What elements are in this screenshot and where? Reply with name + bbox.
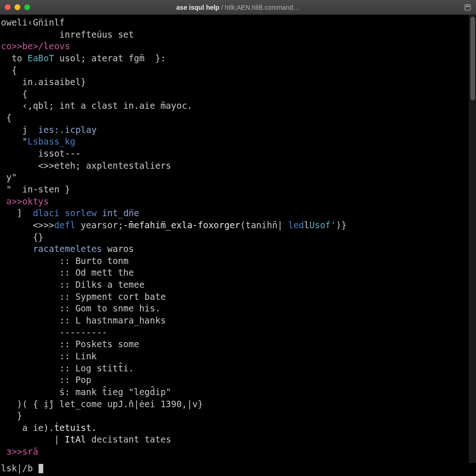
minimize-icon[interactable] [14,4,20,10]
prompt-line[interactable]: lsk|/b [0,463,476,476]
close-icon[interactable] [5,4,11,10]
scrollbar[interactable] [469,15,476,463]
content-area: oweli‹Gn̈inlf inrefteúus setco>>be>/leov… [0,15,476,463]
window-menu-icon[interactable] [464,4,471,11]
terminal-output[interactable]: oweli‹Gn̈inlf inrefteúus setco>>be>/leov… [0,15,469,463]
terminal-window: ase isqul help / htlk;AEN.hliB.command… … [0,0,476,476]
maximize-icon[interactable] [24,4,30,10]
scrollbar-thumb[interactable] [470,17,475,100]
svg-rect-0 [465,5,470,10]
titlebar[interactable]: ase isqul help / htlk;AEN.hliB.command… [0,0,476,15]
svg-rect-1 [466,6,469,7]
traffic-lights [5,4,30,10]
cursor-icon [39,464,43,473]
window-title: ase isqul help / htlk;AEN.hliB.command… [176,4,299,11]
